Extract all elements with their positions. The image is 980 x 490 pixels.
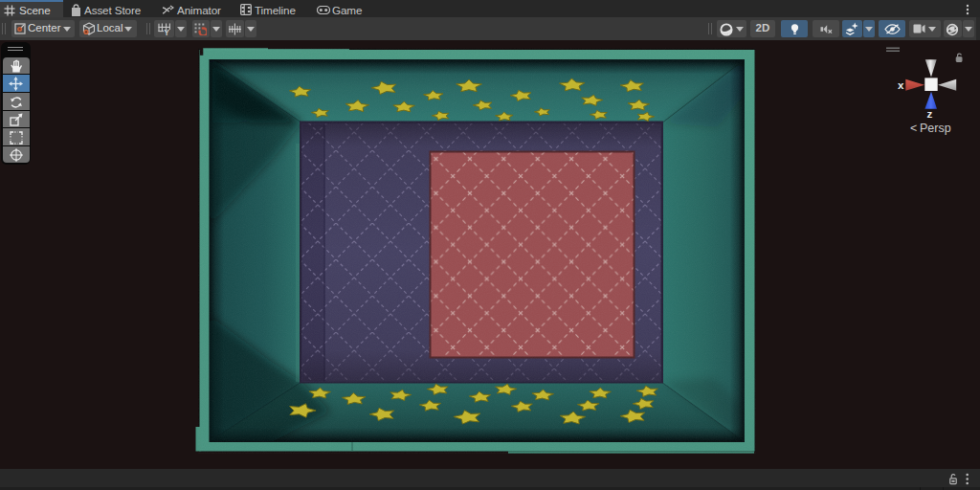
svg-text:Persp: Persp	[920, 122, 951, 135]
svg-text:Y: Y	[164, 28, 169, 35]
svg-text:<: <	[910, 122, 917, 135]
svg-text:z: z	[927, 108, 933, 120]
svg-text:x: x	[898, 79, 904, 91]
